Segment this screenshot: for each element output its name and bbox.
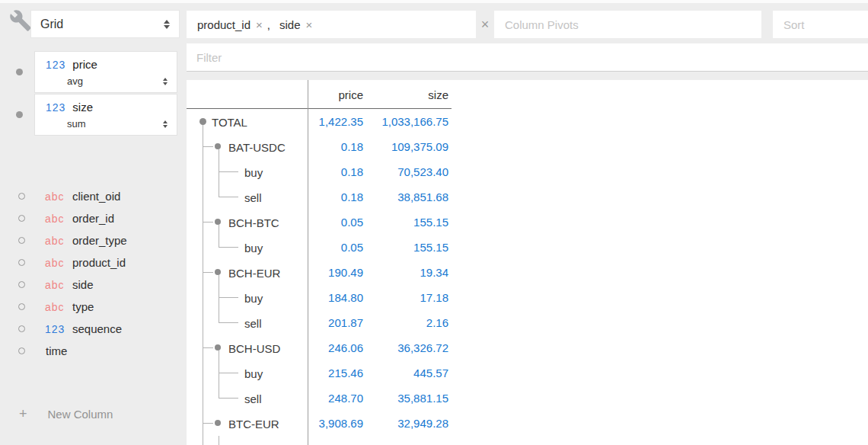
inactive-column-item[interactable]: abcproduct_id xyxy=(0,251,181,274)
table-row: BTC-EUR3,908.6932,949.28 xyxy=(187,411,868,436)
row-pivot-chip[interactable]: side× xyxy=(279,18,312,31)
clear-pivots-button[interactable]: × xyxy=(477,11,493,38)
row-label: BTC-EUR xyxy=(228,417,279,430)
row-pivots-box[interactable]: product_id×,side× xyxy=(187,11,476,38)
new-column-button[interactable]: + New Column xyxy=(0,406,113,422)
size-cell: 155.15 xyxy=(363,235,448,260)
row-tree-cell[interactable]: BAT-USDC xyxy=(187,134,308,159)
column-toggle-circle-icon[interactable] xyxy=(18,325,25,332)
table-row: sell201.872.16 xyxy=(187,310,868,335)
row-tree-cell[interactable]: buy xyxy=(187,235,308,260)
aggregate-select[interactable]: avg xyxy=(35,71,177,87)
row-tree-cell[interactable]: BTC-EUR xyxy=(187,411,308,436)
price-cell: 0.05 xyxy=(308,235,363,260)
inactive-column-item[interactable]: abcorder_id xyxy=(0,207,181,229)
settings-wrench-icon[interactable] xyxy=(9,9,32,32)
view-type-select[interactable]: Grid xyxy=(30,10,180,38)
row-label: buy xyxy=(244,165,263,178)
column-toggle-circle-icon[interactable] xyxy=(18,215,25,222)
row-tree-cell[interactable]: buy xyxy=(187,360,308,386)
row-tree-cell[interactable]: sell xyxy=(187,310,308,335)
row-tree-cell[interactable]: BCH-USD xyxy=(187,335,308,360)
active-column-row: 123sizesum xyxy=(0,94,181,136)
active-columns-list: 123priceavg123sizesum xyxy=(0,51,181,136)
tree-line xyxy=(203,272,213,273)
column-type-icon: abc xyxy=(45,213,68,225)
price-column-header[interactable]: price xyxy=(308,80,363,109)
tree-line xyxy=(203,423,213,424)
column-toggle-circle-icon[interactable] xyxy=(18,237,25,244)
pivot-separator: , xyxy=(267,18,270,31)
column-type-icon: abc xyxy=(45,190,68,203)
tree-line xyxy=(219,310,219,323)
active-column-toggle[interactable] xyxy=(16,111,23,118)
filter-input[interactable] xyxy=(187,43,868,72)
tree-line xyxy=(219,373,238,373)
remove-pivot-icon[interactable]: × xyxy=(306,18,313,31)
column-name: time xyxy=(46,344,67,357)
table-row: sell0.1838,851.68 xyxy=(187,184,868,210)
tree-line xyxy=(219,386,219,399)
active-column-title: 123price xyxy=(35,52,177,71)
column-toggle-circle-icon[interactable] xyxy=(18,193,25,200)
row-tree-cell[interactable]: BCH-EUR xyxy=(187,260,308,285)
tree-line xyxy=(203,347,213,348)
price-cell: 0.18 xyxy=(308,134,363,159)
row-tree-cell[interactable]: sell xyxy=(187,184,308,210)
tree-line xyxy=(203,146,213,147)
row-tree-cell[interactable]: buy xyxy=(187,285,308,310)
column-name: side xyxy=(72,278,94,291)
size-cell: 38,851.68 xyxy=(363,184,448,210)
column-toggle-circle-icon[interactable] xyxy=(18,281,25,288)
column-name: order_id xyxy=(72,212,114,225)
inactive-column-item[interactable]: abcside xyxy=(0,274,181,296)
inactive-column-item[interactable]: time xyxy=(0,340,181,362)
tree-line xyxy=(203,159,203,184)
tree-line xyxy=(219,197,238,197)
tree-line xyxy=(219,184,219,197)
row-tree-cell[interactable]: BCH-BTC xyxy=(187,210,308,235)
select-updown-icon xyxy=(163,120,168,128)
sort-input[interactable] xyxy=(773,11,868,38)
table-row: sell248.7035,881.15 xyxy=(187,386,868,411)
tree-bullet-icon[interactable] xyxy=(215,344,221,351)
tree-bullet-icon[interactable] xyxy=(215,269,221,275)
inactive-column-item[interactable]: abcclient_oid xyxy=(0,185,181,207)
column-toggle-circle-icon[interactable] xyxy=(18,303,25,310)
select-updown-icon xyxy=(164,20,170,29)
tree-line xyxy=(203,310,203,335)
tree-line xyxy=(219,398,238,399)
row-tree-cell[interactable]: TOTAL xyxy=(187,109,308,134)
tree-line xyxy=(219,149,219,159)
size-column-header[interactable]: size xyxy=(363,80,448,109)
aggregate-select[interactable]: sum xyxy=(35,114,177,130)
inactive-column-item[interactable]: abcorder_type xyxy=(0,229,181,251)
tree-bullet-icon[interactable] xyxy=(215,219,221,225)
price-cell: 246.06 xyxy=(308,335,363,360)
row-tree-cell[interactable]: buy xyxy=(187,159,308,184)
tree-continuation xyxy=(187,436,868,445)
table-row: BCH-USD246.0636,326.72 xyxy=(187,335,868,360)
column-pivots-input[interactable] xyxy=(494,11,761,38)
column-toggle-circle-icon[interactable] xyxy=(18,347,25,354)
remove-pivot-icon[interactable]: × xyxy=(256,18,263,31)
price-cell: 248.70 xyxy=(308,386,363,411)
tree-bullet-icon[interactable] xyxy=(215,143,221,149)
active-column-row: 123priceavg xyxy=(0,51,181,93)
tree-line xyxy=(219,351,219,360)
tree-bullet-icon[interactable] xyxy=(199,118,206,125)
price-cell: 215.46 xyxy=(308,360,363,386)
tree-bullet-icon[interactable] xyxy=(215,420,221,426)
view-type-label: Grid xyxy=(40,18,164,31)
size-cell: 109,375.09 xyxy=(363,134,448,159)
active-column-toggle[interactable] xyxy=(16,69,23,75)
row-label: buy xyxy=(244,241,263,254)
inactive-column-item[interactable]: abctype xyxy=(0,296,181,318)
row-tree-cell[interactable]: sell xyxy=(187,386,308,411)
inactive-column-item[interactable]: 123sequence xyxy=(0,318,181,340)
column-toggle-circle-icon[interactable] xyxy=(18,259,25,266)
row-pivot-chip[interactable]: product_id× xyxy=(197,18,263,31)
price-cell: 0.05 xyxy=(308,210,363,235)
active-column-card[interactable]: 123sizesum xyxy=(34,94,177,136)
active-column-card[interactable]: 123priceavg xyxy=(34,51,177,93)
